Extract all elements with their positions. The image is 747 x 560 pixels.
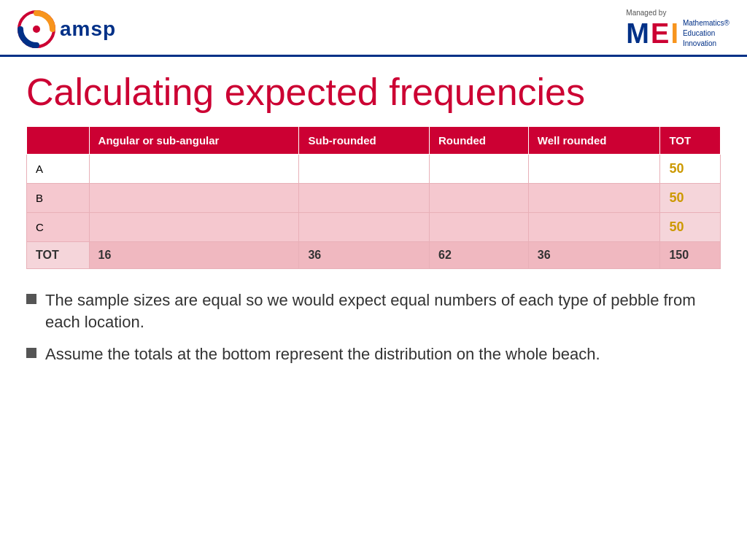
row-c-tot: 50 (660, 213, 721, 242)
row-a-col1 (89, 155, 299, 184)
mei-i-letter: I (670, 20, 678, 47)
row-b-col3 (429, 184, 528, 213)
row-tot-tot: 150 (660, 242, 721, 269)
mei-letters: M E I (626, 20, 678, 47)
managed-by-text: Managed by (626, 9, 729, 17)
table-row: C 50 (27, 213, 721, 242)
bullet-icon (26, 294, 36, 304)
table-row-total: TOT 16 36 62 36 150 (27, 242, 721, 269)
amsp-logo-icon (18, 10, 55, 48)
table-row: A 50 (27, 155, 721, 184)
mei-logo: Managed by M E I Mathematics® Education … (626, 9, 729, 49)
amsp-brand-text: amsp (60, 18, 116, 41)
bullet-icon (26, 348, 36, 358)
row-c-col3 (429, 213, 528, 242)
col-header-rounded: Rounded (429, 127, 528, 155)
row-tot-col4: 36 (528, 242, 660, 269)
row-a-tot-value: 50 (669, 161, 684, 176)
page-header: amsp Managed by M E I Mathematics® Educa… (0, 0, 747, 57)
bullet-text-1: The sample sizes are equal so we would e… (45, 289, 721, 332)
row-b-tot-value: 50 (669, 190, 684, 205)
col-header-tot: TOT (660, 127, 721, 155)
frequency-table: Angular or sub-angular Sub-rounded Round… (26, 126, 721, 269)
main-content: Calculating expected frequencies Angular… (0, 57, 747, 389)
row-a-col4 (528, 155, 660, 184)
mei-tagline: Mathematics® Education Innovation (683, 18, 729, 49)
row-tot-col2: 36 (299, 242, 430, 269)
row-c-label: C (27, 213, 90, 242)
list-item: Assume the totals at the bottom represen… (26, 343, 721, 365)
mei-tagline-line3: Innovation (683, 39, 729, 49)
row-a-col2 (299, 155, 430, 184)
svg-point-1 (33, 26, 40, 33)
mei-tagline-line2: Education (683, 28, 729, 39)
bullet-list: The sample sizes are equal so we would e… (26, 289, 721, 365)
mei-m-letter: M (626, 20, 649, 47)
row-b-tot: 50 (660, 184, 721, 213)
row-c-col1 (89, 213, 299, 242)
table-row: B 50 (27, 184, 721, 213)
bullet-text-2: Assume the totals at the bottom represen… (45, 343, 600, 365)
row-a-label: A (27, 155, 90, 184)
list-item: The sample sizes are equal so we would e… (26, 289, 721, 332)
col-header-wellrounded: Well rounded (528, 127, 660, 155)
table-header-row: Angular or sub-angular Sub-rounded Round… (27, 127, 721, 155)
row-tot-col3: 62 (429, 242, 528, 269)
row-a-tot: 50 (660, 155, 721, 184)
row-b-col1 (89, 184, 299, 213)
row-b-col2 (299, 184, 430, 213)
col-header-angular: Angular or sub-angular (89, 127, 299, 155)
page-title: Calculating expected frequencies (26, 71, 721, 113)
col-header-subrounded: Sub-rounded (299, 127, 430, 155)
row-c-tot-value: 50 (669, 219, 684, 234)
row-c-col2 (299, 213, 430, 242)
row-c-col4 (528, 213, 660, 242)
row-a-col3 (429, 155, 528, 184)
col-header-empty (27, 127, 90, 155)
row-b-col4 (528, 184, 660, 213)
row-tot-col1: 16 (89, 242, 299, 269)
mei-logo-block: Managed by M E I Mathematics® Education … (626, 9, 729, 49)
row-b-label: B (27, 184, 90, 213)
row-tot-label: TOT (27, 242, 90, 269)
mei-tagline-line1: Mathematics® (683, 18, 729, 28)
amsp-logo: amsp (18, 10, 116, 48)
mei-e-letter: E (651, 20, 669, 47)
